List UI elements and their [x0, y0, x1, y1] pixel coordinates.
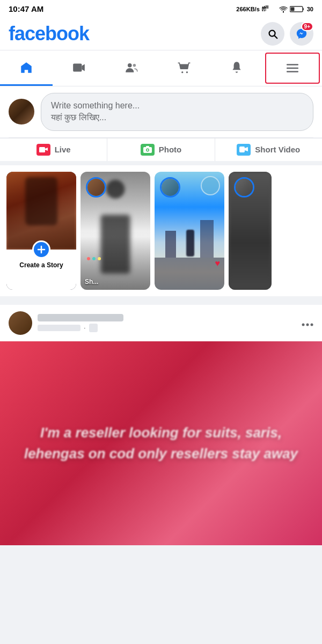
- facebook-logo: facebook: [9, 23, 89, 45]
- post-more-button[interactable]: [302, 317, 313, 329]
- feed-post: · I'm a reseller looking for suits, sari…: [0, 305, 322, 545]
- wifi-icon: [279, 5, 288, 13]
- svg-rect-18: [146, 146, 149, 148]
- tab-marketplace[interactable]: [158, 50, 210, 86]
- svg-rect-14: [39, 147, 45, 152]
- live-camera-icon: [39, 147, 48, 153]
- short-video-camera-icon: [239, 146, 248, 153]
- messenger-badge: 9+: [301, 22, 313, 31]
- post-header: ·: [0, 305, 322, 341]
- status-time: 10:47 AM: [9, 4, 43, 13]
- user-avatar: [9, 99, 34, 125]
- story-card-4[interactable]: [229, 172, 272, 290]
- svg-point-21: [306, 324, 309, 326]
- live-button[interactable]: Live: [0, 138, 107, 161]
- story-avatar-3: [160, 177, 180, 197]
- live-icon: [36, 144, 50, 156]
- svg-rect-9: [73, 63, 82, 71]
- battery-icon: [290, 5, 305, 13]
- svg-point-10: [128, 63, 132, 67]
- svg-point-22: [311, 324, 313, 326]
- svg-point-13: [186, 71, 188, 73]
- tab-notifications[interactable]: [210, 50, 263, 86]
- app-header: facebook 9+: [0, 18, 322, 50]
- svg-point-12: [181, 71, 183, 73]
- story-dots-2: [87, 257, 101, 260]
- post-username: [38, 314, 123, 321]
- status-bar: 10:47 AM 266KB/s VD 30: [0, 0, 322, 18]
- create-story-add-button[interactable]: [32, 240, 50, 259]
- tab-video[interactable]: [53, 50, 105, 86]
- photo-camera-icon: [143, 146, 152, 153]
- svg-text:VD: VD: [262, 8, 268, 12]
- photo-label: Photo: [159, 145, 182, 154]
- post-meta-dot: ·: [84, 324, 86, 332]
- svg-point-20: [302, 324, 305, 326]
- search-button[interactable]: [261, 22, 284, 46]
- status-right: 266KB/s VD 30: [236, 5, 313, 13]
- tab-menu[interactable]: [265, 53, 320, 84]
- bell-icon: [230, 61, 244, 75]
- volte-icon: VD: [262, 5, 277, 13]
- post-input[interactable]: Write something here... यहां कुछ लिखिए..…: [41, 93, 313, 131]
- svg-rect-3: [264, 6, 265, 9]
- story-card-3[interactable]: ♥: [155, 172, 224, 290]
- nav-tabs: [0, 50, 322, 86]
- battery-level: 30: [307, 6, 313, 12]
- svg-rect-5: [267, 5, 268, 9]
- search-icon: [267, 28, 279, 40]
- create-story-card[interactable]: Create a Story: [6, 172, 76, 290]
- video-icon: [72, 61, 86, 75]
- post-placeholder: Write something here... यहां कुछ लिखिए..…: [51, 101, 140, 122]
- post-box: Write something here... यहां कुछ लिखिए..…: [0, 86, 322, 137]
- section-divider: [0, 301, 322, 305]
- marketplace-icon: [177, 61, 191, 75]
- stories-section: Create a Story Sh...: [0, 165, 322, 296]
- action-bar: Live Photo Short Video: [0, 138, 322, 161]
- post-user-avatar: [9, 311, 32, 335]
- photo-button[interactable]: Photo: [107, 138, 215, 161]
- tab-friends[interactable]: [105, 50, 158, 86]
- create-story-label: Create a Story: [19, 261, 63, 269]
- short-video-label: Short Video: [255, 145, 300, 154]
- post-meta-text: [38, 325, 80, 331]
- svg-rect-2: [262, 6, 264, 9]
- home-icon: [19, 61, 33, 75]
- tab-home[interactable]: [0, 50, 53, 86]
- story-heart-3: ♥: [215, 259, 221, 268]
- more-options-icon: [302, 323, 313, 326]
- post-image-text: I'm a reseller looking for suits, saris,…: [0, 412, 322, 475]
- menu-icon: [286, 61, 299, 75]
- svg-rect-4: [266, 5, 267, 9]
- live-label: Live: [55, 145, 71, 154]
- story-label-2: Sh...: [85, 278, 98, 286]
- messenger-button[interactable]: 9+: [290, 22, 313, 46]
- story-avatar-4: [234, 177, 254, 197]
- story-avatar-2: [86, 177, 106, 197]
- post-user-info: ·: [38, 314, 296, 332]
- svg-rect-19: [239, 147, 245, 152]
- friends-icon: [125, 61, 138, 75]
- short-video-button[interactable]: Short Video: [215, 138, 322, 161]
- story-circle-3: [201, 176, 220, 195]
- svg-point-11: [133, 63, 136, 66]
- photo-icon: [141, 144, 155, 156]
- svg-point-17: [147, 149, 148, 151]
- network-speed: 266KB/s: [236, 6, 259, 12]
- short-video-icon: [237, 144, 251, 156]
- header-icons: 9+: [261, 22, 313, 46]
- plus-icon: [37, 245, 46, 254]
- story-card-2[interactable]: Sh...: [80, 172, 150, 290]
- svg-rect-7: [303, 8, 304, 10]
- post-meta-icon: [89, 324, 98, 332]
- svg-rect-8: [290, 7, 294, 11]
- post-meta: ·: [38, 324, 296, 332]
- stories-row: Create a Story Sh...: [0, 165, 322, 296]
- post-image: I'm a reseller looking for suits, saris,…: [0, 341, 322, 545]
